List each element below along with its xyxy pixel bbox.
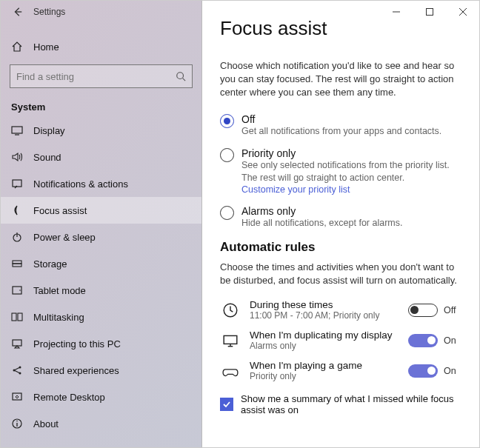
rule-game[interactable]: When I'm playing a game Priority only On: [220, 355, 461, 386]
sidebar-item-label: Focus assist: [33, 205, 87, 216]
radio-title: Alarms only: [241, 205, 402, 217]
toggle-state: On: [444, 335, 461, 346]
svg-point-1: [177, 73, 184, 79]
notifications-icon: [11, 178, 23, 190]
section-header: System: [1, 96, 201, 117]
radio-off[interactable]: Off Get all notifications from your apps…: [220, 113, 461, 138]
sidebar-item-remote[interactable]: Remote Desktop: [1, 384, 201, 410]
radio-sub: Hide all notifications, except for alarm…: [241, 217, 402, 230]
close-button[interactable]: [446, 1, 479, 23]
sidebar-item-shared[interactable]: Shared experiences: [1, 357, 201, 384]
minimize-icon: [393, 8, 400, 16]
svg-rect-27: [426, 9, 433, 16]
sidebar-item-label: Notifications & actions: [33, 178, 128, 190]
summary-label: Show me a summary of what I missed while…: [241, 393, 461, 415]
svg-rect-12: [12, 313, 16, 321]
svg-rect-13: [18, 313, 22, 321]
sidebar-item-focus-assist[interactable]: Focus assist: [1, 197, 201, 224]
rule-display-toggle[interactable]: [408, 334, 438, 347]
search-input[interactable]: [16, 71, 176, 82]
svg-rect-5: [13, 180, 21, 187]
rule-title: When I'm playing a game: [250, 360, 399, 371]
sidebar-item-label: Storage: [33, 258, 67, 270]
back-button[interactable]: [7, 1, 29, 23]
display-icon: [11, 124, 23, 136]
rule-times[interactable]: During these times 11:00 PM - 7:00 AM; P…: [220, 295, 461, 325]
multitasking-icon: [11, 311, 23, 323]
projecting-icon: [11, 338, 23, 350]
storage-icon: [11, 258, 23, 270]
toggle-state: Off: [444, 305, 461, 315]
home-label: Home: [33, 41, 59, 53]
content-pane: Focus assist Choose which notification y…: [202, 1, 479, 447]
sidebar-item-label: Power & sleep: [33, 232, 96, 243]
sidebar-item-sound[interactable]: Sound: [1, 144, 201, 170]
rule-sub: 11:00 PM - 7:00 AM; Priority only: [250, 310, 399, 321]
radio-alarms[interactable]: Alarms only Hide all notifications, exce…: [220, 205, 461, 230]
checkbox-checked-icon: [220, 398, 233, 411]
sidebar-item-label: Projecting to this PC: [33, 338, 121, 350]
sidebar-item-projecting[interactable]: Projecting to this PC: [1, 330, 201, 357]
sound-icon: [11, 151, 23, 163]
svg-point-17: [19, 372, 21, 375]
minimize-button[interactable]: [379, 1, 413, 23]
search-icon: [176, 71, 186, 81]
radio-priority[interactable]: Priority only See only selected notifica…: [220, 147, 461, 195]
svg-rect-23: [224, 335, 237, 344]
radio-icon: [220, 148, 234, 162]
sidebar-item-storage[interactable]: Storage: [1, 250, 201, 277]
sidebar-item-label: Remote Desktop: [33, 392, 105, 403]
tablet-icon: [11, 284, 23, 296]
rule-sub: Priority only: [250, 371, 399, 381]
svg-rect-8: [13, 261, 21, 264]
sidebar-item-notifications[interactable]: Notifications & actions: [1, 170, 201, 197]
svg-point-15: [13, 370, 16, 372]
sidebar-item-label: Tablet mode: [33, 285, 86, 296]
shared-icon: [11, 364, 23, 376]
svg-point-11: [19, 290, 21, 291]
svg-rect-9: [13, 264, 21, 267]
game-icon: [220, 363, 241, 379]
focus-assist-icon: [11, 204, 23, 216]
sidebar-item-display[interactable]: Display: [1, 117, 201, 144]
svg-rect-3: [12, 127, 22, 133]
rule-title: When I'm duplicating my display: [250, 330, 399, 341]
search-box[interactable]: [10, 64, 193, 88]
rule-game-toggle[interactable]: [408, 364, 438, 378]
rule-display[interactable]: When I'm duplicating my display Alarms o…: [220, 325, 461, 355]
svg-rect-14: [13, 340, 21, 346]
page-intro: Choose which notification you'd like to …: [220, 59, 461, 100]
radio-title: Priority only: [241, 147, 461, 159]
sidebar-item-about[interactable]: About: [1, 410, 201, 437]
sidebar-item-power[interactable]: Power & sleep: [1, 224, 201, 250]
window-title: Settings: [33, 7, 65, 17]
radio-icon: [220, 114, 234, 128]
sidebar-item-tablet[interactable]: Tablet mode: [1, 277, 201, 304]
home-nav[interactable]: Home: [1, 33, 201, 60]
close-icon: [459, 8, 467, 16]
power-icon: [11, 231, 23, 243]
maximize-button[interactable]: [413, 1, 446, 23]
summary-checkbox-row[interactable]: Show me a summary of what I missed while…: [220, 393, 461, 415]
arrow-left-icon: [13, 7, 23, 17]
rule-sub: Alarms only: [250, 341, 399, 351]
rules-header: Automatic rules: [220, 240, 461, 255]
sidebar: Settings Home System Display Sound Notif…: [1, 1, 202, 447]
sidebar-item-multitasking[interactable]: Multitasking: [1, 304, 201, 330]
about-icon: [11, 418, 23, 429]
radio-sub: See only selected notifications from the…: [241, 159, 461, 184]
svg-line-2: [183, 78, 186, 81]
svg-point-16: [19, 367, 21, 369]
window-controls: [379, 1, 479, 23]
monitor-icon: [220, 332, 241, 349]
sidebar-item-label: Display: [33, 125, 65, 136]
sidebar-item-label: Shared experiences: [33, 365, 119, 376]
rule-times-toggle[interactable]: [408, 304, 438, 317]
toggle-state: On: [444, 366, 461, 376]
svg-point-21: [16, 421, 18, 422]
home-icon: [11, 41, 23, 53]
remote-icon: [11, 391, 23, 403]
sidebar-item-label: About: [33, 418, 59, 429]
customize-priority-link[interactable]: Customize your priority list: [241, 184, 461, 195]
sidebar-item-label: Multitasking: [33, 312, 84, 323]
